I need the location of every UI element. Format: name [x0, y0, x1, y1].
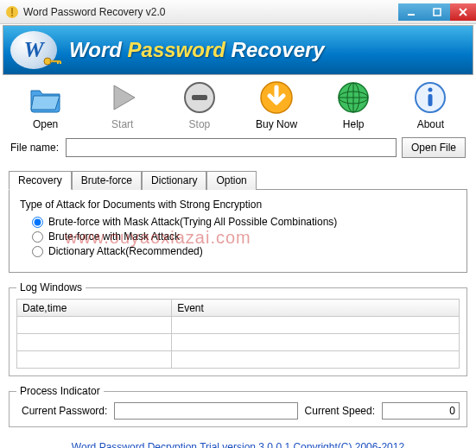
log-col-event: Event: [172, 300, 460, 317]
radio-brute-force-mask-label: Brute-force with Mask Attack: [48, 230, 180, 243]
svg-rect-3: [408, 14, 415, 16]
log-col-date: Date,time: [17, 300, 172, 317]
log-table: Date,time Event: [16, 299, 460, 369]
window-buttons: [398, 3, 476, 21]
radio-brute-force-all-input[interactable]: [32, 217, 43, 228]
svg-rect-1: [11, 8, 13, 14]
buy-now-button[interactable]: Buy Now: [241, 79, 312, 130]
start-label: Start: [111, 118, 133, 130]
tab-dictionary[interactable]: Dictionary: [142, 171, 206, 190]
radio-brute-force-mask[interactable]: Brute-force with Mask Attack: [32, 230, 456, 243]
file-row: File name: Open File: [0, 132, 476, 163]
svg-rect-8: [50, 60, 60, 62]
table-row: [17, 351, 460, 369]
tab-option[interactable]: Option: [206, 171, 256, 190]
open-file-button[interactable]: Open File: [402, 137, 466, 158]
radio-brute-force-all-label: Brute-force with Mask Attack(Trying All …: [48, 216, 337, 228]
svg-rect-12: [192, 95, 207, 100]
open-label: Open: [33, 118, 58, 130]
play-icon: [104, 79, 142, 117]
download-arrow-icon: [257, 79, 295, 117]
app-icon: [5, 5, 19, 19]
tab-strip: Recovery Brute-force Dictionary Option: [9, 170, 467, 189]
svg-rect-4: [434, 9, 441, 16]
svg-point-20: [428, 88, 433, 92]
buy-now-label: Buy Now: [256, 118, 297, 130]
help-button[interactable]: Help: [318, 79, 389, 130]
banner-password: Password: [128, 38, 232, 61]
svg-point-2: [11, 14, 13, 16]
log-windows-legend: Log Windows: [16, 281, 86, 293]
current-password-value: [114, 402, 297, 420]
radio-brute-force-all[interactable]: Brute-force with Mask Attack(Trying All …: [32, 216, 456, 228]
radio-dictionary-label: Dictionary Attack(Recommended): [48, 245, 203, 257]
process-indicator-group: Process Indicator Current Password: Curr…: [9, 385, 467, 427]
radio-dictionary[interactable]: Dictionary Attack(Recommended): [32, 245, 456, 257]
log-windows-group: Log Windows Date,time Event: [9, 281, 467, 376]
maximize-button[interactable]: [424, 3, 450, 21]
attack-options: www.ouyaoxiazai.com Brute-force with Mas…: [32, 216, 456, 257]
footer-text: Word Password Decryption Trial,version 3…: [0, 432, 476, 448]
stop-label: Stop: [189, 118, 211, 130]
close-button[interactable]: [450, 3, 476, 21]
tab-panel-recovery: Type of Attack for Documents with Strong…: [9, 189, 467, 273]
tab-brute-force[interactable]: Brute-force: [72, 171, 142, 190]
titlebar: Word Password Recovery v2.0: [0, 0, 476, 24]
banner-word: Word: [69, 38, 128, 61]
help-label: Help: [343, 118, 365, 130]
file-name-label: File name:: [10, 142, 59, 154]
attack-type-title: Type of Attack for Documents with Strong…: [20, 199, 456, 211]
about-label: About: [417, 118, 444, 130]
table-row: [17, 334, 460, 351]
radio-dictionary-input[interactable]: [32, 246, 43, 257]
word-logo-icon: W: [10, 31, 57, 69]
start-button[interactable]: Start: [87, 79, 158, 130]
folder-open-icon: [27, 79, 65, 117]
banner-text: Word Password Recovery: [69, 38, 325, 62]
svg-rect-9: [57, 61, 59, 64]
current-speed-label: Current Speed:: [305, 405, 375, 417]
info-icon: [411, 79, 449, 117]
banner: W Word Password Recovery: [3, 25, 473, 75]
stop-button[interactable]: Stop: [164, 79, 235, 130]
banner-recovery: Recovery: [232, 38, 325, 61]
file-name-input[interactable]: [66, 138, 397, 157]
process-indicator-legend: Process Indicator: [16, 385, 104, 397]
stop-icon: [181, 79, 219, 117]
tab-recovery[interactable]: Recovery: [9, 171, 72, 190]
radio-brute-force-mask-input[interactable]: [32, 231, 43, 243]
current-password-label: Current Password:: [22, 405, 107, 417]
open-button[interactable]: Open: [10, 79, 81, 130]
about-button[interactable]: About: [395, 79, 466, 130]
current-speed-value: 0: [382, 402, 460, 420]
minimize-button[interactable]: [398, 3, 424, 21]
tabs: Recovery Brute-force Dictionary Option T…: [9, 170, 467, 273]
window-title: Word Password Recovery v2.0: [23, 6, 398, 18]
svg-rect-10: [60, 61, 61, 64]
globe-icon: [334, 79, 372, 117]
svg-rect-21: [428, 94, 433, 106]
table-row: [17, 317, 460, 334]
toolbar: Open Start Stop Buy Now Help About: [0, 75, 476, 132]
